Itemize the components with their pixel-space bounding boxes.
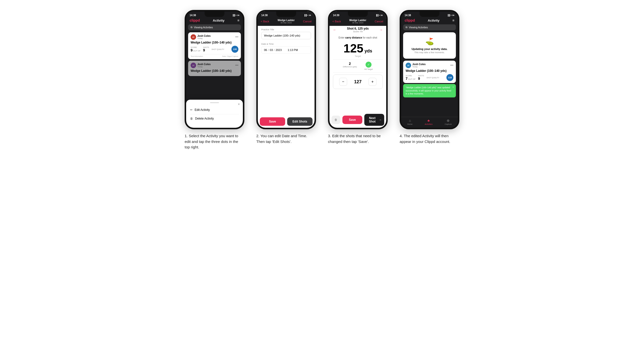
phone-3-column: 14:39 ▐▐ ≈ 36 < Back Wedge Ladder 06 Mar… bbox=[326, 10, 390, 144]
shot-header-3: < Back Wedge Ladder 06 Mar 2023 Cancel bbox=[330, 18, 386, 26]
hamburger-4[interactable]: ≡ bbox=[452, 18, 454, 22]
status-time-2: 14:38 bbox=[261, 14, 268, 17]
shots-value-4: 9 bbox=[418, 77, 424, 81]
activity-card-4[interactable]: JC Josh Coles Today ••• Wedge Ladder (10… bbox=[403, 61, 456, 83]
phone-4-notch bbox=[420, 11, 440, 17]
quality-badge-4: 118 bbox=[446, 74, 454, 81]
status-icons-2: ▐▐ ≈ 36 bbox=[304, 14, 311, 16]
card-title-1: Wedge Ladder (100–140 yds) bbox=[190, 41, 238, 44]
capture-icon: ⊕ bbox=[447, 119, 450, 123]
nav-activities[interactable]: ♣ Activities bbox=[425, 119, 433, 125]
datetime-label: Date & Time bbox=[261, 43, 311, 45]
next-shot-btn[interactable]: Next Shot → bbox=[364, 114, 384, 126]
delete-activity-item[interactable]: 🗑 Delete Activity bbox=[190, 114, 239, 123]
difference-value: 2 bbox=[343, 62, 357, 66]
hamburger-menu-1[interactable]: ≡ bbox=[238, 18, 240, 22]
activity-card-2[interactable]: JC Josh Coles Today ••• Wedge Ladder (10… bbox=[188, 61, 241, 76]
user-date-1: Today bbox=[197, 37, 210, 39]
cancel-btn-2[interactable]: Cancel bbox=[303, 20, 312, 23]
updating-subtitle: This may take a few moments. bbox=[406, 51, 452, 54]
caption-2: 2. You can edit Date and Time. Then tap … bbox=[256, 133, 316, 144]
three-dots-4[interactable]: ••• bbox=[450, 64, 454, 67]
toast-close-btn[interactable]: × bbox=[452, 86, 454, 89]
edit-activity-item[interactable]: ✏ Edit Activity bbox=[190, 106, 239, 114]
caption-4: 4. The edited Activity will then appear … bbox=[400, 133, 459, 144]
wedge-date-3: 06 Mar 2023 bbox=[349, 22, 366, 24]
outof-4: OUT OF bbox=[408, 78, 416, 80]
phone-2-inner: 14:38 ▐▐ ≈ 36 < Back Wedge Ladder 06 Mar… bbox=[258, 11, 314, 128]
quality-label-1: Shot Quality bbox=[212, 48, 224, 50]
user-info-4: JC Josh Coles Today bbox=[406, 63, 426, 68]
shot-score: Score 7/9 bbox=[347, 30, 368, 33]
nav-home[interactable]: ⌂ Home bbox=[407, 119, 412, 125]
nav-capture[interactable]: ⊕ Capture bbox=[445, 119, 452, 125]
bottom-sheet-1: × ✏ Edit Activity 🗑 Delete Activity bbox=[186, 100, 243, 128]
datetime-row[interactable]: 06 / 03 / 2023 1:13 PM bbox=[261, 46, 311, 54]
prev-shot-btn[interactable]: ← bbox=[333, 28, 336, 32]
quality-label-4: Shot Quality bbox=[426, 77, 439, 79]
date-year: 2023 bbox=[276, 48, 282, 51]
edit-shots-btn[interactable]: Edit Shots bbox=[287, 117, 312, 126]
viewing-activities-bar-1: ⧉ Viewing Activities bbox=[188, 24, 241, 30]
edit-header-2: < Back Wedge Ladder 06 Mar 2023 Cancel bbox=[258, 18, 314, 26]
user-details-2: Josh Coles Today bbox=[197, 63, 210, 68]
save-shot-btn[interactable]: Save bbox=[342, 116, 362, 124]
minus-btn[interactable]: − bbox=[339, 78, 347, 86]
golf-icon: ⛳ bbox=[406, 37, 452, 45]
plus-btn[interactable]: + bbox=[368, 78, 376, 86]
checkmark-icon: ✓ bbox=[367, 63, 370, 66]
footer-right-1: Data: Clippd Capture bbox=[222, 55, 238, 57]
hit-target-icon: ✓ bbox=[366, 62, 372, 68]
phone-2-frame: 14:38 ▐▐ ≈ 36 < Back Wedge Ladder 06 Mar… bbox=[256, 10, 316, 129]
score-value-1: 9 bbox=[190, 48, 192, 52]
distance-display: 125 yds bbox=[330, 40, 386, 55]
shot-actions-3: 🗑 Save Next Shot → bbox=[332, 114, 384, 126]
shot-title: Shot 6, 125 yds bbox=[347, 27, 368, 30]
next-shot-label: Next Shot bbox=[367, 116, 378, 123]
three-dots-1[interactable]: ••• bbox=[235, 35, 238, 39]
phone-3-inner: 14:39 ▐▐ ≈ 36 < Back Wedge Ladder 06 Mar… bbox=[330, 11, 386, 128]
date-sep1: / bbox=[268, 48, 269, 51]
user-date-2: Today bbox=[197, 66, 210, 68]
distance-input[interactable] bbox=[349, 79, 366, 85]
number-input-row: − + bbox=[333, 75, 383, 89]
delete-shot-btn[interactable]: 🗑 bbox=[332, 116, 340, 124]
user-date-4: Today bbox=[412, 66, 426, 68]
header-title-4: Activity bbox=[428, 19, 440, 22]
outof-1: OUT OF bbox=[193, 50, 200, 52]
home-icon: ⌂ bbox=[409, 119, 411, 123]
sheet-close-btn[interactable]: × bbox=[238, 102, 240, 106]
toast-message: "Wedge Ladder (100–140 yds)" was updated… bbox=[406, 86, 451, 95]
activity-card-1[interactable]: JC Josh Coles Today ••• Wedge Ladder (10… bbox=[188, 32, 241, 59]
edit-title-2: Wedge Ladder bbox=[278, 19, 295, 22]
user-info-1: JC Josh Coles Today bbox=[190, 34, 210, 40]
phone-1-frame: 14:38 ▐▐ ≈ 36 clippd Activity ≡ ⧉ Viewin… bbox=[185, 10, 244, 129]
shots-group-1: Shots 9 bbox=[203, 46, 209, 52]
date-sep2: / bbox=[274, 48, 275, 51]
back-btn-2[interactable]: < Back bbox=[261, 20, 269, 23]
success-toast: "Wedge Ladder (100–140 yds)" was updated… bbox=[403, 84, 456, 97]
practice-title-input[interactable] bbox=[261, 32, 311, 39]
card-footer-1: Test Information Data: Clippd Capture bbox=[190, 54, 238, 57]
status-icons-3: ▐▐ ≈ 36 bbox=[376, 14, 383, 16]
user-details-4: Josh Coles Today bbox=[412, 63, 426, 68]
score-display-1: 9 OUT OF bbox=[190, 48, 200, 52]
viewing-activities-label-1: Viewing Activities bbox=[194, 26, 213, 29]
back-btn-3[interactable]: < Back bbox=[332, 20, 341, 23]
card-stats-1: Score 9 OUT OF Shots 9 Shot Quality bbox=[190, 46, 238, 53]
shots-label-1: Shots bbox=[203, 46, 209, 48]
date-day: 06 bbox=[264, 48, 267, 51]
cancel-btn-3[interactable]: Cancel bbox=[375, 20, 383, 23]
user-name-1: Josh Coles bbox=[197, 34, 210, 37]
caption-3: 3. Edit the shots that need to be change… bbox=[328, 133, 388, 144]
clippd-logo-4: clippd bbox=[404, 18, 415, 22]
status-time-1: 14:38 bbox=[190, 14, 196, 17]
phone-4-inner: 14:38 ▐▐ ≈ 36 clippd Activity ≡ ⧉ Viewin… bbox=[401, 11, 458, 128]
phone-1-inner: 14:38 ▐▐ ≈ 36 clippd Activity ≡ ⧉ Viewin… bbox=[186, 11, 243, 128]
three-dots-2[interactable]: ••• bbox=[235, 64, 238, 67]
next-shot-nav-btn[interactable]: → bbox=[379, 28, 383, 32]
phones-row: 14:38 ▐▐ ≈ 36 clippd Activity ≡ ⧉ Viewin… bbox=[182, 10, 462, 150]
save-btn-2[interactable]: Save bbox=[260, 117, 285, 126]
card-title-2: Wedge Ladder (100–140 yds) bbox=[190, 69, 238, 73]
target-label: Target bbox=[330, 55, 386, 57]
